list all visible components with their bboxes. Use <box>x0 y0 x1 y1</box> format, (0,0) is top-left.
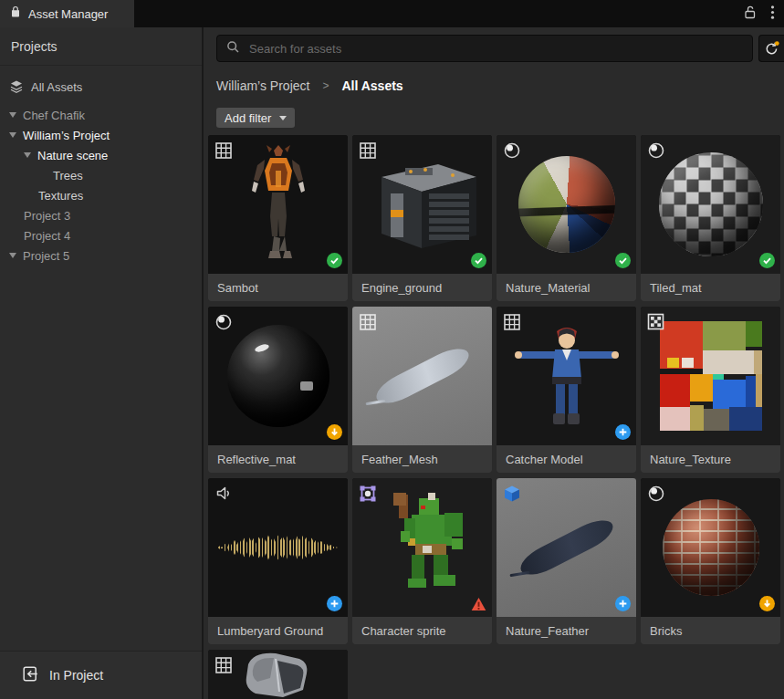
sidebar-item-label: Textures <box>38 189 83 203</box>
breadcrumb-current: All Assets <box>341 78 402 93</box>
asset-thumbnail <box>208 307 348 445</box>
sidebar-item-williams-project[interactable]: William’s Project <box>0 125 202 145</box>
mesh-grid-icon <box>214 656 233 674</box>
add-filter-label: Add filter <box>225 111 271 125</box>
titlebar-actions <box>742 5 784 24</box>
sidebar-item-all-assets[interactable]: All Assets <box>0 77 202 97</box>
asset-name: Nature_Texture <box>641 445 780 473</box>
sidebar-item-label: Project 4 <box>24 229 70 243</box>
texture-checker-icon <box>647 313 664 330</box>
asset-card-engine-ground[interactable]: Engine_ground <box>352 135 492 301</box>
asset-name: Reflective_mat <box>208 445 348 473</box>
expander-icon[interactable] <box>9 132 16 138</box>
asset-card-nature-feather[interactable]: Nature_Feather <box>497 478 636 644</box>
asset-thumbnail <box>641 135 780 274</box>
tab-title: Asset Manager <box>28 7 108 21</box>
search-row <box>205 27 784 68</box>
asset-thumbnail <box>208 478 348 617</box>
sidebar-item-chef-chafik[interactable]: Chef Chafik <box>0 105 202 125</box>
update-download-badge <box>759 596 775 611</box>
audio-speaker-icon <box>214 485 233 503</box>
sidebar-item-label: Nature scene <box>37 149 108 162</box>
expander-icon[interactable] <box>24 152 31 158</box>
asset-thumbnail <box>352 307 492 445</box>
asset-manager-window: Asset Manager Projects All Assets Chef C… <box>0 0 784 699</box>
search-input[interactable] <box>247 41 743 57</box>
chevron-down-icon <box>279 116 287 120</box>
sidebar-item-project-4[interactable]: Project 4 <box>0 225 202 245</box>
add-filter-button[interactable]: Add filter <box>216 108 295 128</box>
material-sphere-icon <box>647 141 665 160</box>
asset-card-lumberyard-ground[interactable]: Lumberyard Ground <box>208 478 348 644</box>
asset-name: Catcher Model <box>497 445 636 473</box>
asset-card-bricks[interactable]: Bricks <box>641 478 780 644</box>
asset-card-character-sprite[interactable]: Character sprite <box>352 478 492 644</box>
asset-thumbnail <box>352 135 492 274</box>
asset-card-nature-material[interactable]: Nature_Material <box>497 135 636 301</box>
sidebar-item-trees[interactable]: Trees <box>0 165 202 185</box>
search-box[interactable] <box>216 35 753 62</box>
mesh-grid-icon <box>503 313 521 331</box>
refresh-button[interactable] <box>758 35 784 62</box>
texture-atlas-art <box>660 321 762 431</box>
title-bar: Asset Manager <box>0 0 784 27</box>
asset-thumbnail <box>208 135 348 274</box>
sidebar-header: Projects <box>0 27 202 66</box>
mesh-model-art <box>221 650 330 699</box>
sidebar-item-project-5[interactable]: Project 5 <box>0 245 202 266</box>
asset-thumbnail <box>497 307 636 445</box>
sidebar-item-label: Trees <box>53 169 83 183</box>
add-to-project-badge <box>615 424 631 440</box>
asset-grid: Sambot <box>208 135 784 699</box>
in-project-button[interactable]: In Project <box>0 651 202 699</box>
import-arrow-icon <box>22 665 39 685</box>
breadcrumb-project[interactable]: William’s Project <box>216 78 309 93</box>
expander-icon[interactable] <box>9 112 16 118</box>
asset-name: Nature_Feather <box>497 617 636 644</box>
breadcrumb-separator: > <box>322 79 329 92</box>
imported-check-badge <box>759 253 775 268</box>
material-sphere-art <box>659 152 763 256</box>
expander-icon[interactable] <box>9 253 16 258</box>
asset-card-tiled-mat[interactable]: Tiled_mat <box>641 135 780 301</box>
add-to-project-badge <box>327 596 342 611</box>
material-sphere-art <box>518 156 615 253</box>
asset-name: Engine_ground <box>352 274 492 301</box>
sidebar-item-label: Project 3 <box>24 209 70 223</box>
sidebar-item-nature-scene[interactable]: Nature scene <box>0 145 202 165</box>
kebab-menu-icon[interactable] <box>770 5 775 24</box>
sprite-icon <box>359 485 377 503</box>
asset-card-reflective-mat[interactable]: Reflective_mat <box>208 307 348 473</box>
sidebar: Projects All Assets Chef Chafik William’… <box>0 27 204 699</box>
sidebar-item-textures[interactable]: Textures <box>0 185 202 205</box>
robot-model-art <box>239 143 318 266</box>
sidebar-item-label: All Assets <box>31 80 82 94</box>
asset-thumbnail <box>352 478 492 617</box>
feather-prefab-art <box>516 514 618 581</box>
material-sphere-art <box>663 499 759 596</box>
orc-sprite-art <box>368 491 477 604</box>
asset-card-feather-mesh[interactable]: Feather_Mesh <box>352 307 492 473</box>
asset-name: Tiled_mat <box>641 274 780 301</box>
layers-icon <box>9 79 24 94</box>
sidebar-item-project-3[interactable]: Project 3 <box>0 205 202 225</box>
imported-check-badge <box>327 253 342 268</box>
project-tree: All Assets Chef Chafik William’s Project… <box>0 66 202 266</box>
notification-dot <box>775 41 779 46</box>
warning-badge <box>471 596 486 611</box>
asset-card-sambot[interactable]: Sambot <box>208 135 348 301</box>
unlock-icon[interactable] <box>742 5 758 24</box>
asset-card-catcher-model[interactable]: Catcher Model <box>497 307 636 473</box>
asset-card-nature-texture[interactable]: Nature_Texture <box>641 307 780 473</box>
asset-thumbnail <box>641 307 780 445</box>
asset-thumbnail <box>208 650 348 699</box>
asset-thumbnail <box>497 135 636 274</box>
asset-card-partial[interactable] <box>208 650 348 699</box>
feather-model-art <box>371 342 474 410</box>
imported-check-badge <box>615 253 631 268</box>
engine-model-art <box>365 153 480 256</box>
asset-name: Bricks <box>641 617 780 644</box>
tab-asset-manager[interactable]: Asset Manager <box>0 0 134 27</box>
content-pane: William’s Project > All Assets Add filte… <box>205 27 784 699</box>
mesh-grid-icon <box>214 141 233 160</box>
